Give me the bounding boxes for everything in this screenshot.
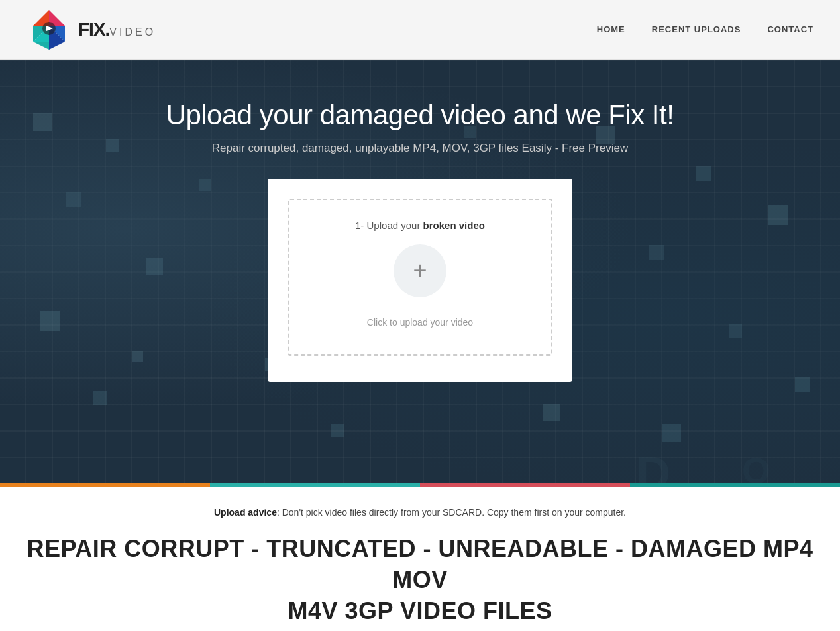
- color-bar-red: [420, 483, 630, 487]
- svg-rect-15: [40, 311, 60, 331]
- svg-rect-12: [106, 139, 119, 152]
- nav-contact[interactable]: CONTACT: [767, 24, 814, 34]
- svg-text:O: O: [742, 450, 770, 483]
- svg-rect-11: [66, 192, 81, 207]
- hero-subtitle: Repair corrupted, damaged, unplayable MP…: [166, 142, 674, 155]
- svg-rect-18: [649, 245, 664, 260]
- upload-card: 1- Upload your broken video + Click to u…: [268, 179, 572, 382]
- svg-rect-22: [795, 377, 810, 392]
- nav-home[interactable]: HOME: [597, 24, 625, 34]
- color-bar-teal2: [630, 483, 840, 487]
- nav-recent-uploads[interactable]: RECENT UPLOADS: [652, 24, 741, 34]
- color-bar-teal: [210, 483, 420, 487]
- svg-rect-19: [696, 166, 711, 181]
- hero-section: D R O Upload your damaged video and we F…: [0, 60, 840, 483]
- svg-rect-29: [331, 424, 344, 437]
- header: FIX.VIDEO HOME RECENT UPLOADS CONTACT: [0, 0, 840, 60]
- svg-rect-13: [146, 258, 163, 275]
- hero-content: Upload your damaged video and we Fix It!…: [166, 99, 674, 179]
- svg-rect-21: [768, 205, 788, 225]
- svg-text:D: D: [636, 447, 670, 483]
- upload-advice: Upload advice: Don't pick video files di…: [26, 507, 814, 518]
- upload-dropzone[interactable]: 1- Upload your broken video + Click to u…: [288, 199, 552, 356]
- upload-label: 1- Upload your broken video: [355, 220, 485, 231]
- svg-rect-16: [93, 391, 107, 405]
- svg-rect-10: [33, 113, 52, 131]
- svg-rect-14: [199, 179, 211, 191]
- hero-title: Upload your damaged video and we Fix It!: [166, 99, 674, 131]
- svg-rect-27: [132, 351, 143, 362]
- logo-area: FIX.VIDEO: [26, 7, 156, 52]
- upload-plus-icon[interactable]: +: [394, 244, 446, 297]
- logo-text: FIX.VIDEO: [78, 19, 156, 40]
- svg-rect-20: [729, 324, 742, 338]
- below-hero-section: Upload advice: Don't pick video files di…: [0, 487, 840, 631]
- color-bar-orange: [0, 483, 210, 487]
- repair-heading: REPAIR CORRUPT - TRUNCATED - UNREADABLE …: [26, 534, 814, 626]
- main-nav: HOME RECENT UPLOADS CONTACT: [597, 24, 814, 34]
- svg-marker-7: [49, 42, 65, 50]
- upload-click-text: Click to upload your video: [367, 317, 473, 328]
- svg-marker-6: [33, 42, 49, 50]
- svg-rect-24: [543, 404, 560, 421]
- svg-rect-28: [662, 424, 681, 442]
- logo-icon: [26, 7, 72, 52]
- color-bar: [0, 483, 840, 487]
